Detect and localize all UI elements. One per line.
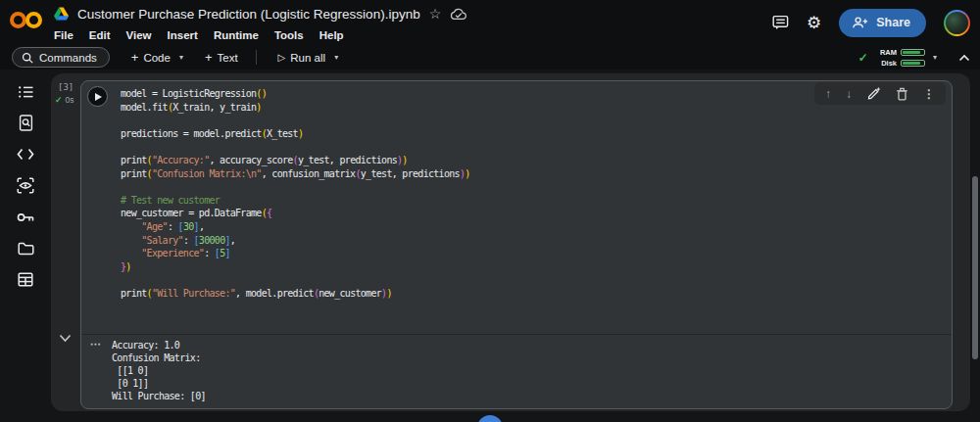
output-line: Will Purchase: [0] [112,390,206,402]
toolbar-divider [256,50,257,65]
colab-logo-right-ring [25,12,42,28]
code-snippets-icon[interactable] [11,145,40,164]
add-code-label: Code [143,52,171,64]
code-line: # Test new customer [121,194,834,208]
code-line: model.fit(X_train, y_train) [121,101,834,115]
play-icon [95,93,102,101]
output-text: Accuracy: 1.0Confusion Matrix: [[1 0] [0… [112,339,206,402]
collapse-header-icon[interactable] [958,54,970,62]
code-line [121,114,834,127]
disk-usage-bar [901,60,925,67]
commands-label: Commands [39,52,97,64]
code-line: "Age": [30], [121,220,834,234]
add-code-button[interactable]: + Code ▾ [131,50,183,65]
cell-toolbar: ↑ ↓ ⋮ [814,82,946,105]
edit-with-ai-icon[interactable] [866,86,881,101]
star-icon[interactable]: ☆ [429,7,442,21]
ram-usage-bar [901,49,925,56]
find-and-replace-icon[interactable] [11,114,40,132]
code-line [121,180,834,194]
add-text-button[interactable]: + Text [205,50,238,65]
output-line: [0 1]] [112,377,206,390]
move-cell-down-icon[interactable]: ↓ [846,88,852,100]
resources-indicator[interactable]: RAM Disk [880,48,925,68]
disk-label: Disk [881,59,897,68]
output-line: [[1 0] [112,364,206,377]
menu-edit[interactable]: Edit [89,29,111,41]
more-options-icon[interactable]: ⋮ [923,87,935,101]
chevron-down-icon[interactable]: ▾ [933,53,937,62]
code-line [121,140,834,154]
code-cell: ↑ ↓ ⋮ model = LogisticReg [80,80,953,409]
settings-gear-icon[interactable]: ⚙ [807,15,821,31]
comment-icon[interactable] [772,15,789,30]
vertical-scrollbar[interactable] [972,176,978,359]
table-of-contents-icon[interactable] [11,82,40,101]
code-line: print("Will Purchase:", model.predict(ne… [121,287,834,301]
chevron-down-icon[interactable]: ▾ [179,53,183,62]
data-table-icon[interactable] [11,270,40,289]
code-line: predictions = model.predict(X_test) [121,127,834,141]
left-sidebar [0,70,51,422]
notebook-toolbar: Commands + Code ▾ + Text ▷ Run all ▾ ✓ R… [0,45,980,70]
share-button[interactable]: Share [839,9,926,37]
execution-count: [3] [58,82,74,92]
play-icon: ▷ [278,52,286,63]
commands-button[interactable]: Commands [12,47,110,68]
person-add-icon [852,16,868,29]
code-line: model = LogisticRegression() [121,87,834,101]
drive-icon [54,7,69,21]
colab-logo[interactable] [10,9,45,32]
execution-status: ✓ 0s [55,95,74,105]
chevron-down-icon[interactable]: ▾ [334,53,338,62]
main-area: [3] ✓ 0s ↑ ↓ [0,70,980,422]
menu-help[interactable]: Help [319,29,344,41]
search-icon [22,52,33,64]
run-all-button[interactable]: ▷ Run all ▾ [278,52,339,64]
code-line: new_customer = pd.DataFrame({ [121,207,834,220]
app-header: Customer Purchase Prediction (Logistic R… [0,0,980,45]
plus-icon: + [131,50,139,65]
user-avatar[interactable] [944,10,970,36]
colab-logo-left-ring [10,12,26,28]
files-folder-icon[interactable] [11,239,40,258]
menu-runtime[interactable]: Runtime [214,29,259,41]
notebook-title[interactable]: Customer Purchase Prediction (Logistic R… [77,7,420,22]
menu-tools[interactable]: Tools [274,29,304,41]
code-line: "Salary": [30000], [121,234,834,248]
secrets-key-icon[interactable] [11,208,40,226]
output-line: Confusion Matrix: [112,352,206,364]
run-all-label: Run all [290,52,325,64]
run-cell-button[interactable] [87,86,108,107]
menu-insert[interactable]: Insert [168,29,198,41]
code-editor[interactable]: model = LogisticRegression()model.fit(X_… [121,87,834,301]
menu-file[interactable]: File [54,29,74,41]
menu-view[interactable]: View [126,29,152,41]
code-line: "Experience": [5] [121,247,834,260]
cloud-saved-icon[interactable] [450,8,467,21]
add-text-label: Text [218,52,238,64]
cell-output: ⋯ Accuracy: 1.0Confusion Matrix: [[1 0] … [81,334,952,408]
plus-icon: + [205,50,213,65]
execution-time: 0s [66,95,74,105]
collapse-output-icon[interactable] [59,334,72,343]
delete-cell-icon[interactable] [896,87,908,101]
success-check-icon: ✓ [55,95,63,105]
variables-icon[interactable] [11,176,40,195]
code-line [121,273,834,287]
code-line: print("Accuracy:", accuracy_score(y_test… [121,154,834,167]
share-label: Share [876,16,910,29]
output-line: Accuracy: 1.0 [112,339,206,352]
output-options-icon[interactable]: ⋯ [90,338,101,351]
code-line: }) [121,260,834,274]
ram-label: RAM [880,48,897,57]
connected-check-icon: ✓ [858,51,868,65]
menu-bar: FileEditViewInsertRuntimeToolsHelp [54,25,467,45]
avatar-photo [946,12,968,34]
code-line: print("Confusion Matrix:\n", confusion_m… [121,167,834,181]
notebook-panel: [3] ✓ 0s ↑ ↓ [51,73,970,411]
